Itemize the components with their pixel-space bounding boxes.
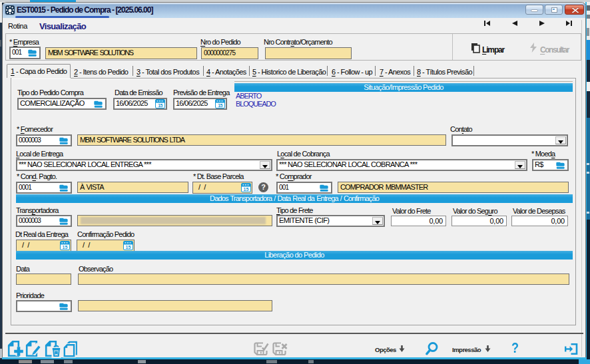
svg-text:15: 15 [244,187,249,192]
svg-text:15: 15 [218,103,222,108]
svg-text:15: 15 [63,245,68,250]
svg-text:15: 15 [126,245,131,250]
svg-text:15: 15 [158,103,162,108]
